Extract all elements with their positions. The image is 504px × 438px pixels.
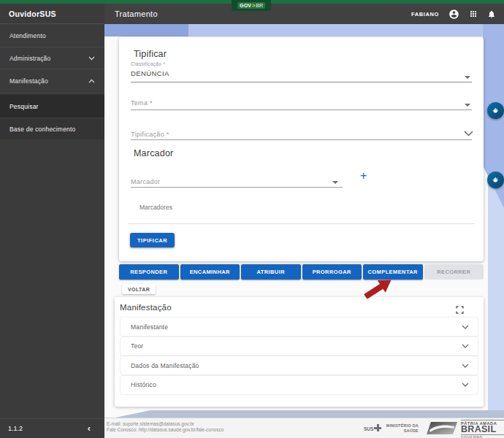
tipificacao-placeholder[interactable]: Tipificação * [131, 131, 169, 138]
vlibras-accessibility-button[interactable] [487, 102, 504, 119]
decor-strip-bottom [115, 410, 504, 418]
marcador-dropdown-caret-icon[interactable] [332, 181, 338, 184]
tipificar-card: Tipificar Classificação * DENÚNCIA Tema … [119, 37, 484, 261]
sidebar-item-manifestacao[interactable]: Manifestação [0, 69, 104, 93]
sus-label: SUS [364, 426, 373, 431]
tema-placeholder[interactable]: Tema * [131, 99, 153, 107]
panel-label: Histórico [131, 381, 156, 388]
divider [461, 434, 504, 435]
panel-historico[interactable]: Histórico [121, 376, 478, 394]
divider [128, 223, 475, 224]
expand-fullscreen-icon[interactable] [456, 304, 464, 317]
apps-grid-icon[interactable] [469, 9, 478, 18]
action-buttons-row: RESPONDER ENCAMINHAR ATRIBUIR PRORROGAR … [119, 264, 484, 280]
sidebar-subitem-label: Base de conhecimento [9, 126, 75, 133]
govbr-tab[interactable]: GOV > BR [232, 0, 271, 11]
voltar-button[interactable]: VOLTAR [122, 284, 156, 294]
panel-label: Teor [131, 342, 143, 350]
notifications-bell-icon[interactable] [487, 9, 496, 19]
panel-teor[interactable]: Teor [121, 337, 478, 356]
header-bar: Tratamento FABIANO [104, 4, 504, 24]
govbr-logo-gov: GOV [240, 3, 251, 8]
patria-amada-brasil-logo: PÁTRIA AMADA BRASIL GOVERNO FEDERAL [461, 420, 504, 438]
manifestacao-title: Manifestação [120, 303, 172, 312]
ministerio-line2: SAÚDE [385, 429, 419, 434]
responder-button[interactable]: RESPONDER [119, 264, 179, 280]
vlibras-hands-icon [491, 175, 500, 185]
marcador-underline [131, 187, 343, 188]
govbr-logo: GOV > BR [237, 2, 265, 9]
ministerio-saude-logo: MINISTÉRIO DA SAÚDE [385, 423, 419, 433]
manifestacao-card: Manifestação Manifestante Teor Dados da … [115, 297, 484, 407]
footer-fale-conosco: Fale Conosco: http://datasus.saude.gov.b… [107, 427, 224, 433]
add-marcador-icon[interactable]: + [360, 170, 367, 182]
sidebar-item-administracao[interactable]: Administração [0, 47, 104, 69]
atribuir-button[interactable]: ATRIBUIR [241, 264, 301, 280]
encaminhar-button[interactable]: ENCAMINHAR [180, 264, 240, 280]
ministerio-line1: MINISTÉRIO DA [385, 423, 419, 429]
account-circle-icon[interactable] [448, 9, 459, 20]
classificacao-underline [131, 82, 472, 82]
tema-underline [131, 110, 472, 110]
decor-band-right [188, 24, 504, 36]
classificacao-label: Classificação * [131, 61, 165, 66]
classificacao-value[interactable]: DENÚNCIA [131, 69, 169, 77]
sidebar-item-label: Atendimento [9, 32, 46, 39]
panel-label: Dados da Manifestação [131, 362, 199, 369]
chevron-down-icon [88, 56, 95, 61]
govbr-logo-br: BR [256, 3, 263, 8]
chevron-up-icon [88, 79, 95, 83]
sidebar: OuvidorSUS Atendimento Administração Man… [0, 4, 104, 438]
complementar-button[interactable]: COMPLEMENTAR [363, 264, 423, 280]
sidebar-item-atendimento[interactable]: Atendimento [0, 24, 104, 47]
page-title: Tratamento [115, 9, 158, 18]
govbr-arrow-icon: > [252, 3, 255, 8]
sus-logo: SUS [364, 424, 381, 431]
collapse-sidebar-icon[interactable]: ‹ [88, 425, 91, 432]
sidebar-item-label: Manifestação [9, 77, 48, 85]
chevron-down-icon [462, 344, 469, 348]
sidebar-item-label: Administração [9, 55, 50, 62]
prorrogar-button[interactable]: PRORROGAR [302, 264, 362, 280]
footer-email: E-mail: suporte.sistemas@datasus.gov.br [107, 421, 224, 427]
version-label: 1.1.2 [8, 425, 23, 432]
marcador-placeholder[interactable]: Marcador [131, 178, 160, 185]
app-title: OuvidorSUS [0, 4, 104, 24]
accordion-panels: Manifestante Teor Dados da Manifestação … [121, 318, 478, 395]
chevron-down-icon [462, 325, 469, 329]
sidebar-item-pesquisar[interactable]: Pesquisar [0, 95, 104, 118]
decor-band-left [104, 24, 188, 36]
footer-contact: E-mail: suporte.sistemas@datasus.gov.br … [107, 421, 224, 432]
panel-label: Manifestante [131, 323, 168, 331]
annotation-arrow [361, 278, 396, 301]
classificacao-dropdown-caret-icon[interactable] [465, 76, 470, 79]
tipificacao-underline [131, 139, 472, 140]
panel-dados-manifestacao[interactable]: Dados da Manifestação [121, 356, 478, 374]
sidebar-item-base-conhecimento[interactable]: Base de conhecimento [0, 118, 104, 139]
footer: E-mail: suporte.sistemas@datasus.gov.br … [104, 418, 504, 438]
brasil-label: BRASIL [461, 426, 504, 434]
tema-dropdown-caret-icon[interactable] [465, 104, 470, 107]
chevron-down-icon [462, 383, 469, 387]
tipificacao-chevron-down-icon[interactable] [464, 126, 473, 139]
vlibras-hands-icon [491, 106, 500, 115]
username-label: FABIANO [411, 11, 439, 18]
sidebar-subitem-label: Pesquisar [9, 103, 39, 110]
tipificar-button[interactable]: TIPIFICAR [130, 233, 175, 247]
recorrer-button: RECORRER [424, 264, 484, 280]
sidebar-submenu: Pesquisar Base de conhecimento [0, 93, 104, 139]
brasil-flag-icon [427, 421, 457, 438]
vlibras-accessibility-button[interactable] [487, 172, 504, 188]
panel-manifestante[interactable]: Manifestante [121, 318, 478, 336]
chevron-down-icon [462, 364, 469, 368]
sidebar-footer: 1.1.2 ‹ [0, 418, 104, 438]
header-right: FABIANO [411, 9, 504, 20]
tipificar-title: Tipificar [134, 49, 167, 59]
marcadores-label: Marcadores [140, 204, 172, 211]
sus-cross-icon [374, 424, 381, 431]
divider [461, 420, 504, 420]
marcador-title: Marcador [134, 148, 173, 158]
ouvidorsus-app: GOV > BR OuvidorSUS Atendimento Administ… [0, 0, 504, 438]
